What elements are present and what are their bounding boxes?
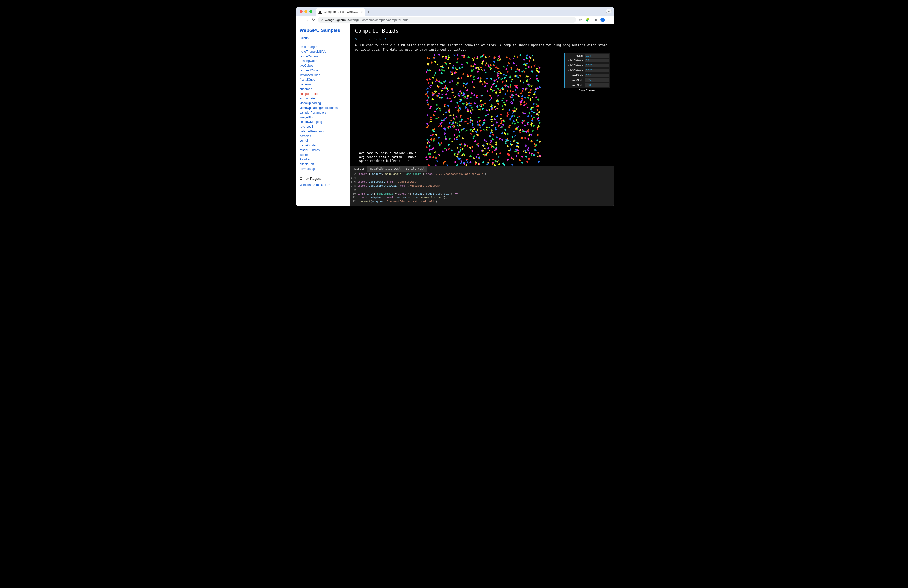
boid-particle (426, 56, 428, 59)
sidebar-item-resizeCanvas[interactable]: resizeCanvas (299, 54, 348, 58)
extensions-icon[interactable]: 🧩 (585, 18, 590, 22)
profile-avatar-icon[interactable] (601, 18, 605, 22)
boid-particle (512, 99, 515, 102)
code-tab-updateSprites.wgsl[interactable]: updateSprites.wgsl (367, 166, 403, 172)
boid-particle (528, 158, 530, 161)
boid-particle (485, 63, 487, 66)
sidebar-item-imageBlur[interactable]: imageBlur (299, 115, 348, 119)
tab-overflow-button[interactable]: ⌄ (606, 9, 612, 13)
boid-particle (514, 75, 516, 77)
sidebar-item-samplerParameters[interactable]: samplerParameters (299, 110, 348, 115)
sidebar-item-A-buffer[interactable]: A-buffer (299, 157, 348, 162)
boid-particle (514, 122, 517, 125)
sidebar-item-helloTriangleMSAA[interactable]: helloTriangleMSAA (299, 49, 348, 54)
bookmark-icon[interactable]: ☆ (579, 18, 582, 22)
sidebar-item-worker[interactable]: worker (299, 152, 348, 157)
boid-particle (502, 163, 506, 166)
gui-value-input[interactable]: 0.1 (585, 59, 609, 63)
boid-particle (466, 89, 469, 92)
sidebar-item-bitonicSort[interactable]: bitonicSort (299, 162, 348, 166)
boid-particle (519, 103, 522, 106)
boid-particle (474, 63, 477, 65)
sidebar-item-videoUploadingWebCodecs[interactable]: videoUploadingWebCodecs (299, 105, 348, 110)
boid-particle (489, 64, 492, 66)
sidebar-item-texturedCube[interactable]: texturedCube (299, 68, 348, 72)
boid-particle (517, 95, 520, 97)
boid-particle (497, 156, 500, 159)
gui-value-input[interactable]: 0.02 (585, 74, 609, 77)
boid-particle (528, 59, 531, 62)
gui-close-button[interactable]: Close Controls (564, 88, 610, 93)
webgpu-canvas[interactable] (426, 53, 539, 164)
boid-particle (454, 106, 457, 108)
close-tab-icon[interactable]: × (361, 10, 363, 14)
workload-simulator-link[interactable]: Workload Simulator ↗ (299, 182, 348, 187)
code-tab-sprite.wgsl[interactable]: sprite.wgsl (403, 166, 427, 172)
menu-icon[interactable]: ⋮ (608, 18, 612, 22)
boid-particle (510, 94, 512, 96)
boid-particle (514, 134, 517, 137)
minimize-window-icon[interactable] (304, 10, 307, 13)
gui-value-input[interactable]: 0.04 (585, 54, 609, 58)
boid-particle (431, 81, 433, 84)
code-content[interactable]: import { assert, makeSample, SampleInit … (357, 172, 614, 206)
gui-value-input[interactable]: 0.05 (585, 79, 609, 82)
sidebar-item-shadowMapping[interactable]: shadowMapping (299, 119, 348, 124)
gui-value-input[interactable]: 0.005 (585, 84, 609, 87)
boid-particle (450, 100, 453, 103)
site-settings-icon[interactable]: ⚙ (320, 18, 323, 21)
reload-button[interactable]: ↻ (311, 18, 316, 22)
sidebar-item-helloTriangle[interactable]: helloTriangle (299, 44, 348, 49)
boid-particle (433, 113, 435, 116)
sidebar-item-renderBundles[interactable]: renderBundles (299, 148, 348, 152)
github-source-link[interactable]: See it on Github! (355, 37, 386, 41)
sidebar-item-deferredRendering[interactable]: deferredRendering (299, 129, 348, 134)
sidebar-item-cameras[interactable]: cameras (299, 82, 348, 87)
sidebar-item-twoCubes[interactable]: twoCubes (299, 63, 348, 68)
boid-particle (458, 131, 460, 134)
boid-particle (433, 90, 436, 92)
new-tab-button[interactable]: + (365, 9, 372, 16)
close-window-icon[interactable] (299, 10, 303, 13)
sidebar-item-rotatingCube[interactable]: rotatingCube (299, 58, 348, 63)
address-bar[interactable]: ⚙ webgpu.github.io/webgpu-samples/sample… (318, 16, 576, 23)
sidebar-item-cubemap[interactable]: cubemap (299, 87, 348, 91)
boid-particle (511, 96, 514, 99)
sample-description: A GPU compute particle simulation that m… (355, 43, 609, 52)
github-link[interactable]: Github (299, 35, 348, 40)
boid-particle (488, 126, 491, 129)
boid-particle (457, 77, 459, 79)
boid-particle (441, 69, 444, 71)
sidebar-item-instancedCube[interactable]: instancedCube (299, 72, 348, 77)
forward-button[interactable]: → (305, 18, 309, 22)
back-button[interactable]: ← (299, 18, 303, 22)
gui-value-input[interactable]: 0.025 (585, 64, 609, 68)
sidebar-item-videoUploading[interactable]: videoUploading (299, 101, 348, 105)
sidebar-item-reversedZ[interactable]: reversedZ (299, 124, 348, 129)
boid-particle (451, 73, 453, 76)
window-controls (298, 7, 314, 16)
boid-particle (509, 140, 512, 142)
boid-particle (506, 89, 509, 92)
boid-particle (496, 136, 498, 139)
sidepanel-icon[interactable]: ◨ (593, 18, 597, 22)
sidebar-item-fractalCube[interactable]: fractalCube (299, 77, 348, 82)
sidebar-item-normalMap[interactable]: normalMap (299, 166, 348, 171)
url-host: webgpu.github.io (325, 18, 349, 22)
sidebar-item-computeBoids[interactable]: computeBoids (299, 91, 348, 96)
gui-value-input[interactable]: 0.025 (585, 69, 609, 72)
code-tab-main.ts[interactable]: main.ts (350, 166, 367, 172)
maximize-window-icon[interactable] (309, 10, 312, 13)
site-title[interactable]: WebGPU Samples (299, 27, 348, 33)
boid-particle (487, 64, 489, 67)
favicon-icon (318, 10, 322, 14)
sidebar-item-animometer[interactable]: animometer (299, 96, 348, 101)
boid-particle (462, 72, 464, 75)
sidebar-item-particles[interactable]: particles (299, 134, 348, 138)
boid-particle (491, 121, 493, 124)
sidebar-item-gameOfLife[interactable]: gameOfLife (299, 143, 348, 148)
boid-particle (472, 78, 475, 81)
sidebar-item-cornell[interactable]: cornell (299, 138, 348, 143)
boid-particle (487, 146, 490, 149)
browser-tab[interactable]: Compute Boids - WebGPU S × (316, 8, 365, 16)
